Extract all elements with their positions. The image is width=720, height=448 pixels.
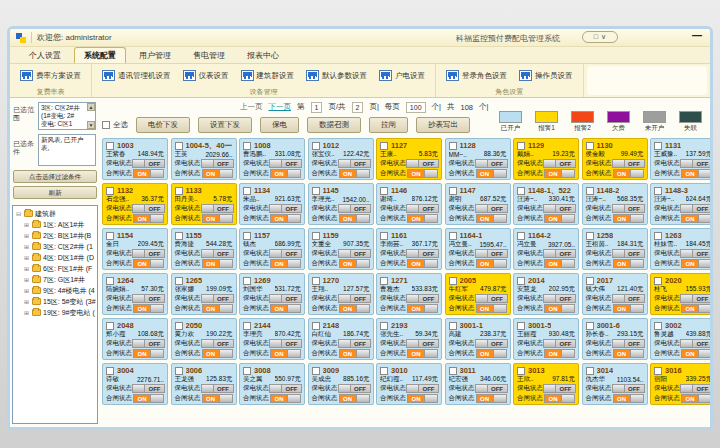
room-checkbox[interactable]: [312, 367, 320, 375]
refresh-button[interactable]: 刷新: [13, 186, 97, 199]
room-checkbox[interactable]: [243, 322, 251, 330]
expand-icon[interactable]: ⊞: [23, 287, 30, 294]
room-checkbox[interactable]: [175, 142, 183, 150]
protect-toggle-off[interactable]: OFF: [612, 294, 645, 303]
selected-condition-box[interactable]: 新风表, 已开户表,: [38, 134, 96, 166]
expand-icon[interactable]: ⊞: [23, 298, 30, 305]
room-checkbox[interactable]: [175, 187, 183, 195]
switch-toggle-on[interactable]: ON: [407, 259, 438, 268]
expand-icon[interactable]: ⊞: [23, 276, 30, 283]
room-checkbox[interactable]: [449, 367, 457, 375]
room-checkbox[interactable]: [449, 142, 457, 150]
protect-toggle-off[interactable]: OFF: [269, 204, 302, 213]
switch-toggle-on[interactable]: ON: [476, 394, 507, 403]
switch-toggle-on[interactable]: ON: [544, 394, 575, 403]
ribbon-button[interactable]: 操作员设置: [515, 67, 577, 84]
toolbar-button-4[interactable]: 数据召测: [307, 117, 361, 133]
room-checkbox[interactable]: [586, 322, 594, 330]
protect-toggle-off[interactable]: OFF: [543, 204, 576, 213]
protect-toggle-off[interactable]: OFF: [612, 159, 645, 168]
room-checkbox[interactable]: [517, 142, 525, 150]
room-checkbox[interactable]: [312, 322, 320, 330]
room-checkbox[interactable]: [106, 142, 114, 150]
switch-toggle-on[interactable]: ON: [339, 259, 370, 268]
switch-toggle-on[interactable]: ON: [202, 169, 233, 178]
tree-node[interactable]: ⊞9区: 4#楼电井 (4: [15, 285, 97, 296]
expand-icon[interactable]: ⊞: [23, 232, 30, 239]
chevron-down-icon[interactable]: ∨: [601, 32, 606, 42]
ribbon-button[interactable]: 费率方案设置: [16, 67, 85, 84]
room-checkbox[interactable]: [106, 187, 114, 195]
room-checkbox[interactable]: [243, 142, 251, 150]
protect-toggle-off[interactable]: OFF: [680, 204, 713, 213]
protect-toggle-off[interactable]: OFF: [406, 159, 439, 168]
room-checkbox[interactable]: [380, 322, 388, 330]
protect-toggle-off[interactable]: OFF: [475, 384, 508, 393]
protect-toggle-off[interactable]: OFF: [475, 339, 508, 348]
room-checkbox[interactable]: [586, 277, 594, 285]
switch-toggle-on[interactable]: ON: [270, 349, 301, 358]
protect-toggle-off[interactable]: OFF: [406, 294, 439, 303]
scroll-down-icon[interactable]: ▼: [87, 121, 95, 129]
room-checkbox[interactable]: [449, 187, 457, 195]
tree-node[interactable]: ⊞3区: C区2#井 (1: [15, 241, 97, 252]
protect-toggle-off[interactable]: OFF: [269, 294, 302, 303]
menu-tab-5[interactable]: 报表中心: [238, 48, 288, 63]
menu-tab-1[interactable]: 个人设置: [20, 48, 70, 63]
room-checkbox[interactable]: [243, 187, 251, 195]
protect-toggle-off[interactable]: OFF: [132, 249, 165, 258]
switch-toggle-on[interactable]: ON: [613, 349, 644, 358]
protect-toggle-off[interactable]: OFF: [132, 159, 165, 168]
switch-toggle-on[interactable]: ON: [407, 304, 438, 313]
room-checkbox[interactable]: [380, 142, 388, 150]
tree-node[interactable]: ⊞4区: D区1#井 (D: [15, 252, 97, 263]
switch-toggle-on[interactable]: ON: [613, 169, 644, 178]
protect-toggle-off[interactable]: OFF: [132, 294, 165, 303]
protect-toggle-off[interactable]: OFF: [269, 384, 302, 393]
protect-toggle-off[interactable]: OFF: [338, 159, 371, 168]
toolbar-button-2[interactable]: 设置下发: [198, 117, 252, 133]
switch-toggle-on[interactable]: ON: [681, 349, 712, 358]
switch-toggle-on[interactable]: ON: [476, 259, 507, 268]
expand-icon[interactable]: ⊞: [23, 265, 30, 272]
room-checkbox[interactable]: [312, 142, 320, 150]
switch-toggle-on[interactable]: ON: [133, 304, 164, 313]
menu-tab-2[interactable]: 系统配置: [74, 47, 126, 63]
room-checkbox[interactable]: [586, 187, 594, 195]
switch-toggle-on[interactable]: ON: [133, 259, 164, 268]
switch-toggle-on[interactable]: ON: [476, 169, 507, 178]
room-checkbox[interactable]: [106, 232, 114, 240]
ribbon-button[interactable]: 通讯管理机设置: [98, 67, 175, 84]
protect-toggle-off[interactable]: OFF: [475, 159, 508, 168]
room-checkbox[interactable]: [654, 187, 662, 195]
menu-tab-4[interactable]: 售电管理: [184, 48, 234, 63]
protect-toggle-off[interactable]: OFF: [543, 384, 576, 393]
switch-toggle-on[interactable]: ON: [339, 214, 370, 223]
room-checkbox[interactable]: [449, 322, 457, 330]
room-checkbox[interactable]: [106, 277, 114, 285]
switch-toggle-on[interactable]: ON: [339, 304, 370, 313]
room-checkbox[interactable]: [106, 322, 114, 330]
protect-toggle-off[interactable]: OFF: [612, 339, 645, 348]
protect-toggle-off[interactable]: OFF: [612, 384, 645, 393]
ribbon-button[interactable]: 默认参数设置: [302, 67, 371, 84]
protect-toggle-off[interactable]: OFF: [680, 249, 713, 258]
protect-toggle-off[interactable]: OFF: [475, 294, 508, 303]
switch-toggle-on[interactable]: ON: [476, 214, 507, 223]
room-checkbox[interactable]: [175, 232, 183, 240]
toolbar-button-3[interactable]: 保电: [260, 117, 299, 133]
expand-icon[interactable]: ⊞: [23, 309, 30, 316]
room-checkbox[interactable]: [380, 187, 388, 195]
room-checkbox[interactable]: [380, 232, 388, 240]
protect-toggle-off[interactable]: OFF: [543, 294, 576, 303]
switch-toggle-on[interactable]: ON: [681, 169, 712, 178]
protect-toggle-off[interactable]: OFF: [201, 249, 234, 258]
protect-toggle-off[interactable]: OFF: [201, 384, 234, 393]
minimize-button[interactable]: —: [692, 30, 702, 41]
protect-toggle-off[interactable]: OFF: [132, 204, 165, 213]
switch-toggle-on[interactable]: ON: [270, 304, 301, 313]
switch-toggle-on[interactable]: ON: [339, 169, 370, 178]
room-checkbox[interactable]: [449, 232, 457, 240]
switch-toggle-on[interactable]: ON: [544, 349, 575, 358]
toolbar-button-6[interactable]: 抄表写出: [416, 117, 470, 133]
